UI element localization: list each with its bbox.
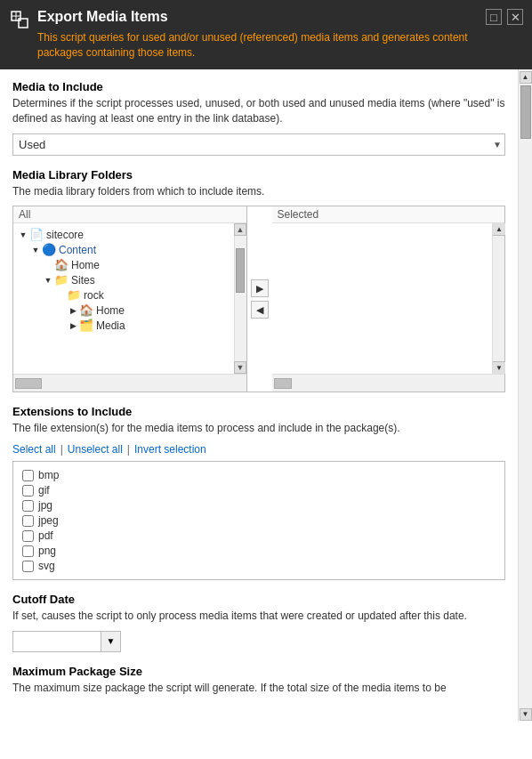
- selected-h-scroll: [272, 377, 505, 390]
- tree-toggle-sitecore[interactable]: ▼: [17, 229, 29, 241]
- cutoff-date-input-wrap: ▼: [12, 631, 505, 652]
- media-include-dropdown[interactable]: Used Unused Both: [12, 133, 505, 156]
- extensions-section: Extensions to Include The file extension…: [12, 405, 505, 580]
- folders-tree: ▼ 📄 sitecore ▼ 🔵 Content: [13, 223, 246, 374]
- tree-h-scroll-thumb[interactable]: [15, 378, 42, 389]
- max-package-size-desc: The maximum size package the script will…: [12, 681, 505, 696]
- ext-svg-row: svg: [22, 560, 496, 572]
- tree-item-sites[interactable]: ▼ 📁 Sites: [17, 272, 230, 287]
- window-icon: [9, 9, 30, 30]
- sep1: |: [60, 443, 63, 456]
- max-package-size-section: Maximum Package Size The maximum size pa…: [12, 665, 505, 696]
- tree-toggle-content[interactable]: ▼: [29, 244, 42, 256]
- ext-jpg-checkbox[interactable]: [22, 500, 34, 512]
- tree-item-sub-home[interactable]: ▶ 🏠 Home: [17, 303, 230, 318]
- tree-label-sub-home: Home: [96, 304, 125, 317]
- tree-scroll-down[interactable]: ▼: [234, 361, 246, 374]
- tree-label-media: Media: [96, 319, 125, 332]
- cutoff-date-dropdown-button[interactable]: ▼: [101, 631, 121, 652]
- main-content: Media to Include Determines if the scrip…: [0, 69, 518, 721]
- ext-svg-checkbox[interactable]: [22, 561, 34, 572]
- tree-item-content[interactable]: ▼ 🔵 Content: [17, 242, 230, 257]
- tree-toggle-sub-home[interactable]: ▶: [67, 304, 79, 317]
- ext-jpeg-label: jpeg: [38, 514, 59, 527]
- ext-bmp-checkbox[interactable]: [22, 470, 34, 481]
- tree-item-home[interactable]: 🏠 Home: [17, 257, 230, 272]
- tree-label-content: Content: [59, 244, 96, 256]
- ext-bmp-row: bmp: [22, 469, 496, 481]
- selected-scroll-buttons: ▲ ▼: [492, 223, 504, 374]
- media-to-include-section: Media to Include Determines if the scrip…: [12, 80, 505, 156]
- ext-png-row: png: [22, 545, 496, 557]
- extensions-box: bmp gif jpg jpeg pdf: [12, 461, 505, 580]
- selected-scroll-down[interactable]: ▼: [493, 361, 505, 374]
- main-scroll-thumb[interactable]: [520, 85, 531, 139]
- cutoff-date-title: Cutoff Date: [12, 593, 505, 606]
- tree-scroll-thumb[interactable]: [236, 248, 245, 293]
- invert-selection-link[interactable]: Invert selection: [134, 443, 206, 456]
- transfer-left-button[interactable]: ◀: [251, 301, 269, 319]
- window-subtitle: This script queries for used and/or unus…: [37, 30, 477, 61]
- tree-icon-sites: 📁: [54, 273, 69, 287]
- main-scrollbar: ▲ ▼: [518, 69, 532, 721]
- media-library-folders-title: Media Library Folders: [12, 168, 505, 182]
- window-title: Export Media Items: [37, 7, 477, 27]
- window-controls: □ ✕: [486, 9, 523, 25]
- ext-png-checkbox[interactable]: [22, 545, 34, 557]
- tree-label-home: Home: [71, 259, 100, 271]
- cutoff-date-input[interactable]: [12, 631, 101, 652]
- media-library-folders-section: Media Library Folders The media library …: [12, 168, 505, 393]
- folders-all-header: All: [13, 206, 246, 223]
- ext-png-label: png: [38, 545, 56, 557]
- close-button[interactable]: ✕: [507, 9, 523, 25]
- tree-scroll-up[interactable]: ▲: [234, 223, 246, 236]
- media-to-include-desc: Determines if the script processes used,…: [12, 96, 505, 126]
- tree-item-rock[interactable]: 📁 rock: [17, 287, 230, 303]
- minimize-button[interactable]: □: [486, 9, 502, 25]
- media-include-dropdown-wrapper: Used Unused Both ▼: [12, 133, 505, 156]
- transfer-buttons: ▶ ◀: [247, 206, 272, 392]
- media-to-include-title: Media to Include: [12, 80, 505, 93]
- extensions-links: Select all | Unselect all | Invert selec…: [12, 443, 505, 456]
- title-bar-content: Export Media Items This script queries f…: [37, 7, 477, 61]
- tree-icon-sub-home: 🏠: [79, 303, 93, 317]
- tree-icon-media: 🗂️: [79, 319, 93, 332]
- tree-item-sitecore[interactable]: ▼ 📄 sitecore: [17, 227, 230, 242]
- ext-pdf-row: pdf: [22, 529, 496, 542]
- media-library-folders-desc: The media library folders from which to …: [12, 184, 505, 199]
- ext-gif-checkbox[interactable]: [22, 485, 34, 497]
- tree-icon-rock: 📁: [67, 288, 81, 302]
- main-scroll-up[interactable]: ▲: [520, 71, 532, 84]
- folders-selected-header: Selected: [272, 206, 505, 223]
- transfer-right-button[interactable]: ▶: [251, 279, 269, 297]
- main-scroll-down[interactable]: ▼: [520, 708, 532, 721]
- ext-pdf-label: pdf: [38, 529, 53, 542]
- cutoff-date-desc: If set, causes the script to only proces…: [12, 609, 505, 624]
- folders-tree-content[interactable]: ▼ 📄 sitecore ▼ 🔵 Content: [13, 223, 234, 374]
- tree-icon-home: 🏠: [54, 258, 69, 271]
- tree-label-sitecore: sitecore: [46, 229, 84, 241]
- tree-scrollbar: ▲ ▼: [234, 223, 246, 374]
- unselect-all-link[interactable]: Unselect all: [68, 443, 123, 456]
- cutoff-date-section: Cutoff Date If set, causes the script to…: [12, 593, 505, 652]
- sep2: |: [127, 443, 130, 456]
- tree-bottom-scrollbar: [13, 374, 246, 392]
- tree-toggle-media[interactable]: ▶: [67, 319, 79, 332]
- tree-toggle-sites[interactable]: ▼: [42, 274, 54, 287]
- selected-h-scroll-thumb[interactable]: [274, 378, 292, 389]
- selected-bottom-bar: [272, 374, 505, 392]
- folders-selected-list[interactable]: [272, 223, 493, 374]
- select-all-link[interactable]: Select all: [12, 443, 56, 456]
- ext-jpeg-checkbox[interactable]: [22, 515, 34, 527]
- ext-jpeg-row: jpeg: [22, 514, 496, 527]
- tree-item-media[interactable]: ▶ 🗂️ Media: [17, 318, 230, 333]
- selected-scroll-up[interactable]: ▲: [493, 223, 505, 236]
- main-layout: Media to Include Determines if the scrip…: [0, 69, 532, 721]
- tree-label-sites: Sites: [71, 274, 95, 287]
- ext-bmp-label: bmp: [38, 469, 59, 481]
- ext-jpg-row: jpg: [22, 499, 496, 512]
- ext-gif-row: gif: [22, 484, 496, 497]
- tree-label-rock: rock: [84, 289, 104, 302]
- ext-pdf-checkbox[interactable]: [22, 530, 34, 542]
- tree-icon-sitecore: 📄: [29, 228, 44, 241]
